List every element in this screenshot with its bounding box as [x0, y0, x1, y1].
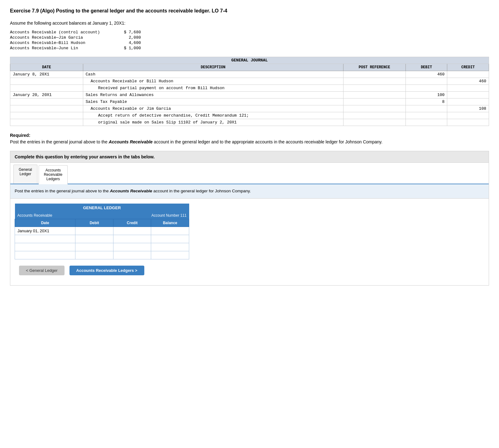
gl-row1-balance-input[interactable]: [154, 237, 186, 241]
gl-row0-credit-input[interactable]: [116, 229, 149, 233]
entry-1-postref-2: [343, 78, 405, 85]
entry-2-postref-1: [343, 92, 405, 99]
gl-row3-balance-input[interactable]: [154, 253, 186, 258]
gl-row0-debit-input[interactable]: [78, 229, 111, 233]
entry-1-date: January 8, 20X1: [10, 71, 83, 78]
gl-row0-date: January 01, 20X1: [15, 227, 75, 235]
balance-label-1: Accounts Receivable—Jim Garcia: [10, 35, 110, 40]
gl-row2-balance[interactable]: [151, 243, 189, 251]
gl-row1-credit[interactable]: [113, 235, 151, 243]
balance-value-3: $ 1,000: [116, 46, 141, 51]
journal-col-postref: POST REFERENCE: [343, 64, 405, 71]
gl-row2-credit-input[interactable]: [116, 245, 149, 249]
required-text-before: Post the entries in the general journal …: [10, 139, 109, 144]
journal-entry-2-line-1: January 20, 20X1 Sales Returns and Allow…: [10, 92, 489, 99]
gl-row2-date[interactable]: [15, 243, 75, 251]
entry-2-postref-5: [343, 119, 405, 126]
balance-value-1: 2,080: [116, 35, 141, 40]
entry-2-desc-2: Sales Tax Payable: [83, 99, 343, 105]
entry-2-date-blank3: [10, 112, 83, 119]
entry-1-date-blank: [10, 78, 83, 85]
entry-2-date-blank: [10, 99, 83, 105]
entry-1-debit-2: [405, 78, 447, 85]
balance-row: Accounts Receivable—June Lin $ 1,000: [10, 46, 489, 51]
entry-2-date: January 20, 20X1: [10, 92, 83, 99]
gl-row3-date[interactable]: [15, 251, 75, 259]
tab-general-ledger[interactable]: General Ledger: [13, 165, 37, 184]
entry-2-credit-1: [447, 92, 489, 99]
gl-row3-debit-input[interactable]: [78, 253, 111, 258]
journal-entry-1-line-3: Received partial payment on account from…: [10, 85, 489, 92]
gl-subtitle-row: Accounts Receivable Account Number 111: [15, 212, 189, 219]
gl-row2-balance-input[interactable]: [154, 245, 186, 249]
journal-col-credit: CREDIT: [447, 64, 489, 71]
gl-row3-credit-input[interactable]: [116, 253, 149, 258]
gl-col-date: Date: [15, 219, 75, 227]
journal-section: GENERAL JOURNAL DATE DESCRIPTION POST RE…: [10, 57, 489, 126]
entry-2-desc-1: Sales Returns and Allowances: [83, 92, 343, 99]
required-text-after: account in the general ledger and to the…: [153, 139, 383, 144]
entry-2-debit-3: [405, 105, 447, 112]
gl-row0-credit[interactable]: [113, 227, 151, 235]
tabs-header-bar: Complete this question by entering your …: [10, 151, 489, 163]
entry-1-desc-3: Received partial payment on account from…: [83, 85, 343, 92]
entry-2-debit-5: [405, 119, 447, 126]
gl-row1-date[interactable]: [15, 235, 75, 243]
tab-content-text-after: account in the general ledger for Johnso…: [152, 189, 251, 193]
gl-data-row-2: [15, 243, 189, 251]
tab-content-bold-italic: Accounts Receivable: [110, 189, 152, 193]
entry-2-desc-3: Accounts Receivable or Jim Garcia: [83, 105, 343, 112]
gl-row3-credit[interactable]: [113, 251, 151, 259]
tab-accounts-receivable-ledgers[interactable]: Accounts Receivable Ledgers: [39, 165, 68, 184]
journal-entry-1-line-2: Accounts Receivable or Bill Hudson 460: [10, 78, 489, 85]
gl-row0-debit[interactable]: [75, 227, 113, 235]
journal-entry-2-line-2: Sales Tax Payable 8: [10, 99, 489, 105]
gl-col-debit: Debit: [75, 219, 113, 227]
entry-2-credit-5: [447, 119, 489, 126]
prev-button[interactable]: < General Ledger: [19, 266, 65, 275]
balance-value-0: $ 7,680: [116, 30, 141, 35]
journal-entry-2-line-3: Accounts Receivable or Jim Garcia 108: [10, 105, 489, 112]
gl-row1-credit-input[interactable]: [116, 237, 149, 241]
gl-row1-balance[interactable]: [151, 235, 189, 243]
entry-2-date-blank2: [10, 105, 83, 112]
entry-1-credit-3: [447, 85, 489, 92]
entry-1-debit-1: 460: [405, 71, 447, 78]
gl-row3-balance[interactable]: [151, 251, 189, 259]
journal-col-debit: DEBIT: [405, 64, 447, 71]
gl-data-row-3: [15, 251, 189, 259]
gl-data-row-1: [15, 235, 189, 243]
entry-1-debit-3: [405, 85, 447, 92]
tab-content-area: Post the entries in the general journal …: [10, 184, 489, 198]
entry-2-postref-4: [343, 112, 405, 119]
gl-title: GENERAL LEDGER: [15, 204, 189, 212]
gl-row2-credit[interactable]: [113, 243, 151, 251]
gl-table-wrapper: GENERAL LEDGER Accounts Receivable Accou…: [15, 204, 189, 259]
gl-row1-debit-input[interactable]: [78, 237, 111, 241]
gl-row2-date-input[interactable]: [17, 245, 73, 249]
entry-2-credit-4: [447, 112, 489, 119]
entry-2-debit-1: 100: [405, 92, 447, 99]
gl-row1-debit[interactable]: [75, 235, 113, 243]
balance-value-2: 4,600: [116, 41, 141, 45]
entry-1-desc-1: Cash: [83, 71, 343, 78]
next-button[interactable]: Accounts Receivable Ledgers >: [70, 266, 144, 275]
required-bold-italic: Accounts Receivable: [109, 139, 153, 144]
gl-row3-debit[interactable]: [75, 251, 113, 259]
entry-2-desc-5: original sale made on Sales Slip 11102 o…: [83, 119, 343, 126]
gl-row2-debit-input[interactable]: [78, 245, 111, 249]
gl-row3-date-input[interactable]: [17, 253, 73, 258]
gl-row1-date-input[interactable]: [17, 237, 73, 241]
gl-row0-balance-input[interactable]: [154, 229, 186, 233]
required-title: Required:: [10, 133, 30, 138]
gl-row2-debit[interactable]: [75, 243, 113, 251]
balance-label-2: Accounts Receivable—Bill Hudson: [10, 41, 110, 45]
gl-col-balance: Balance: [151, 219, 189, 227]
entry-2-postref-3: [343, 105, 405, 112]
gl-row0-balance[interactable]: [151, 227, 189, 235]
ledger-section: GENERAL LEDGER Accounts Receivable Accou…: [10, 199, 489, 285]
gl-col-header-row: Date Debit Credit Balance: [15, 219, 189, 227]
entry-1-postref-1: [343, 71, 405, 78]
entry-1-desc-2: Accounts Receivable or Bill Hudson: [83, 78, 343, 85]
tab-content-text-before: Post the entries in the general journal …: [15, 189, 110, 193]
